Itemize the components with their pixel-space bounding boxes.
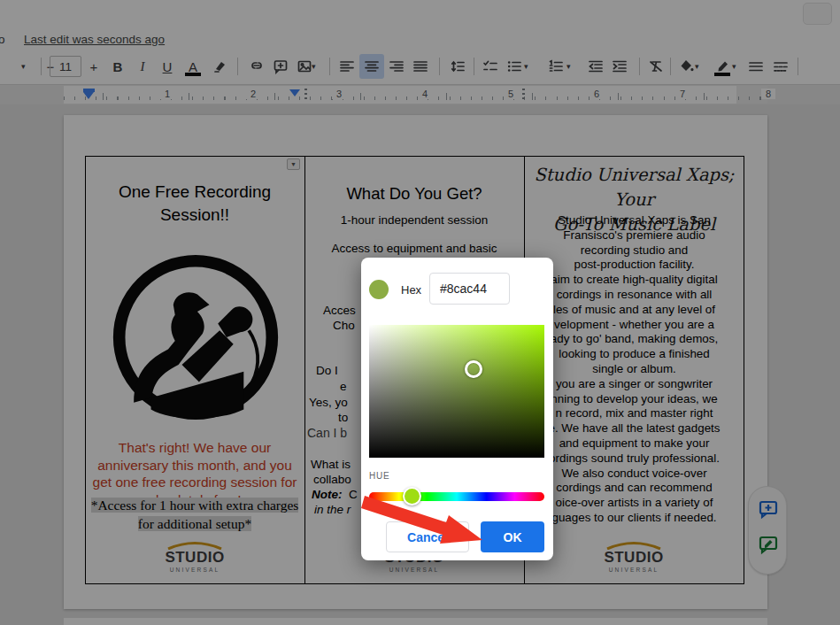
hue-slider[interactable] — [369, 492, 544, 501]
gradient-selector-ring[interactable] — [465, 360, 482, 378]
hex-input[interactable] — [429, 273, 510, 305]
color-picker-dialog: Hex HUE Cancel OK — [361, 258, 553, 560]
saturation-gradient-area[interactable] — [369, 325, 544, 458]
ok-button[interactable]: OK — [481, 521, 544, 552]
cancel-button[interactable]: Cancel — [386, 521, 469, 552]
google-docs-window: o Last edit was seconds ago ▾ − 11 + B I… — [0, 0, 840, 625]
hue-slider-thumb[interactable] — [403, 487, 421, 505]
hue-label: HUE — [369, 471, 390, 481]
hex-label: Hex — [401, 283, 421, 297]
color-swatch — [369, 280, 389, 299]
